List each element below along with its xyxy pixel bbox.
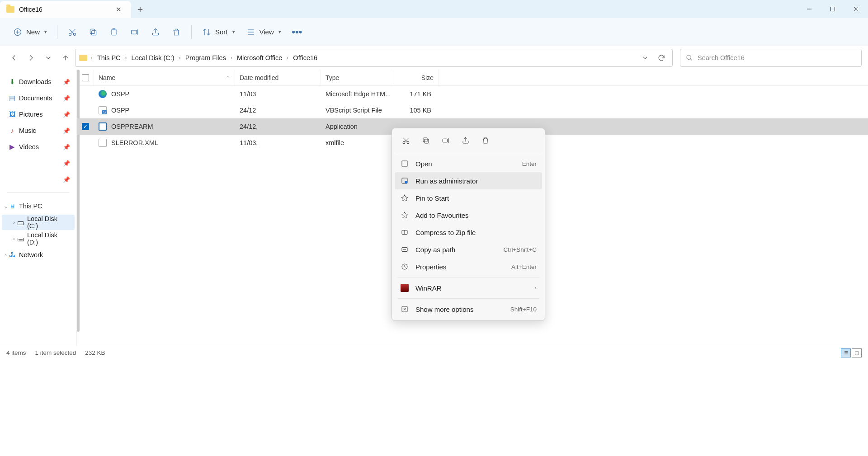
- sidebar-item-videos[interactable]: ▶Videos📌: [2, 139, 75, 155]
- delete-button[interactable]: [167, 23, 186, 41]
- pin-icon: 📌: [63, 176, 70, 183]
- file-name: OSPP: [111, 90, 129, 98]
- ctx-copy-button[interactable]: [418, 133, 434, 148]
- ctx-item-more[interactable]: Show more optionsShift+F10: [395, 301, 542, 318]
- sidebar-item-this-pc[interactable]: ⌵🖥This PC: [2, 198, 75, 214]
- sidebar-item-pictures[interactable]: 🖼Pictures📌: [2, 107, 75, 122]
- status-count: 4 items: [6, 349, 26, 356]
- breadcrumb[interactable]: Office16: [290, 52, 320, 63]
- breadcrumb[interactable]: Microsoft Office: [234, 52, 285, 63]
- sort-button[interactable]: Sort ▾: [197, 23, 240, 41]
- sidebar-item-network[interactable]: ›🖧Network: [2, 247, 75, 263]
- thumbnails-view-button[interactable]: ▢: [852, 348, 862, 357]
- svg-rect-30: [402, 161, 407, 166]
- recent-button[interactable]: [41, 50, 56, 66]
- svg-rect-28: [443, 139, 448, 142]
- column-date[interactable]: Date modified: [235, 70, 321, 85]
- sidebar-item-disk-c[interactable]: ›🖴Local Disk (C:): [2, 215, 75, 230]
- pin-icon: 📌: [63, 95, 70, 102]
- sidebar-item-disk-d[interactable]: ›🖴Local Disk (D:): [2, 231, 75, 246]
- rename-button[interactable]: [125, 23, 144, 41]
- sidebar-item-music[interactable]: ♪Music📌: [2, 123, 75, 138]
- scissors-icon: [67, 27, 77, 37]
- breadcrumb[interactable]: Program Files: [183, 52, 229, 63]
- share-button[interactable]: [146, 23, 165, 41]
- chevron-right-icon: ›: [125, 55, 127, 61]
- sidebar-item-pinned[interactable]: 📌: [2, 155, 75, 171]
- close-button[interactable]: [844, 0, 868, 18]
- ctx-cut-button[interactable]: [398, 133, 414, 148]
- ctx-item-shield[interactable]: Run as administrator: [395, 172, 542, 189]
- breadcrumb[interactable]: Local Disk (C:): [129, 52, 177, 63]
- refresh-button[interactable]: [654, 51, 669, 65]
- ctx-item-winrar[interactable]: WinRAR›: [395, 279, 542, 296]
- details-view-button[interactable]: ≣: [841, 348, 851, 357]
- view-button[interactable]: View ▾: [241, 23, 286, 41]
- music-icon: ♪: [8, 127, 16, 135]
- file-row[interactable]: OSPP11/03Microsoft Edge HTM...171 KB: [77, 86, 868, 102]
- ctx-share-button[interactable]: [458, 133, 473, 148]
- svg-point-32: [405, 181, 407, 183]
- window-tab[interactable]: Office16 ✕: [0, 1, 131, 18]
- more-button[interactable]: •••: [288, 23, 307, 41]
- checkbox-checked-icon[interactable]: ✓: [82, 123, 89, 130]
- search-input[interactable]: [698, 54, 856, 61]
- titlebar: Office16 ✕ ＋: [0, 0, 868, 18]
- breadcrumb[interactable]: This PC: [94, 52, 123, 63]
- address-bar[interactable]: › This PC › Local Disk (C:) › Program Fi…: [75, 49, 673, 67]
- ctx-item-label: Show more options: [415, 306, 504, 313]
- trash-icon: [171, 27, 181, 37]
- chevron-down-icon: ▾: [278, 29, 281, 35]
- pc-icon: 🖥: [8, 202, 16, 210]
- tab-close-button[interactable]: ✕: [112, 3, 125, 16]
- chevron-right-icon: ›: [535, 285, 537, 291]
- file-row[interactable]: OSPP24/12VBScript Script File105 KB: [77, 102, 868, 118]
- ctx-item-accel: Shift+F10: [510, 306, 537, 313]
- toolbar: New ▾ Sort ▾ View ▾ •••: [0, 18, 868, 46]
- network-icon: 🖧: [8, 251, 16, 259]
- forward-button[interactable]: [24, 50, 39, 66]
- paste-button[interactable]: [104, 23, 123, 41]
- disk-icon: 🖴: [16, 235, 24, 243]
- back-button[interactable]: [6, 50, 22, 66]
- sort-label: Sort: [215, 28, 228, 36]
- ctx-delete-button[interactable]: [478, 133, 493, 148]
- ctx-item-star[interactable]: Add to Favourites: [395, 207, 542, 224]
- winrar-icon: [400, 283, 409, 292]
- sidebar-item-documents[interactable]: ▤Documents📌: [2, 90, 75, 106]
- ctx-item-props[interactable]: PropertiesAlt+Enter: [395, 258, 542, 275]
- column-type[interactable]: Type: [321, 70, 393, 85]
- disk-icon: 🖴: [16, 218, 24, 226]
- sidebar-item-downloads[interactable]: ⬇Downloads📌: [2, 74, 75, 89]
- search-box[interactable]: [680, 49, 862, 67]
- cut-button[interactable]: [63, 23, 82, 41]
- maximize-button[interactable]: [821, 0, 844, 18]
- minimize-button[interactable]: [797, 0, 821, 18]
- file-date: 11/03,: [235, 139, 321, 146]
- column-size[interactable]: Size: [393, 70, 439, 85]
- sidebar-item-pinned[interactable]: 📌: [2, 172, 75, 187]
- file-type: VBScript Script File: [321, 107, 393, 114]
- ctx-item-label: WinRAR: [415, 284, 528, 292]
- up-button[interactable]: [58, 50, 73, 66]
- copy-button[interactable]: [84, 23, 103, 41]
- column-headers: Name⌃ Date modified Type Size: [77, 70, 868, 86]
- ctx-item-path[interactable]: Copy as pathCtrl+Shift+C: [395, 241, 542, 258]
- clipboard-icon: [109, 27, 119, 37]
- tab-add-button[interactable]: ＋: [131, 0, 149, 18]
- ctx-item-zip[interactable]: Compress to Zip file: [395, 224, 542, 241]
- svg-rect-26: [425, 139, 429, 143]
- ctx-rename-button[interactable]: [438, 133, 453, 148]
- address-dropdown[interactable]: [638, 51, 652, 65]
- ctx-item-open[interactable]: OpenEnter: [395, 155, 542, 172]
- share-icon: [151, 27, 160, 37]
- ctx-item-pin[interactable]: Pin to Start: [395, 189, 542, 207]
- tab-title: Office16: [19, 6, 108, 13]
- new-button[interactable]: New ▾: [8, 23, 52, 41]
- new-label: New: [26, 28, 40, 36]
- file-date: 24/12: [235, 107, 321, 114]
- sidebar: ⬇Downloads📌 ▤Documents📌 🖼Pictures📌 ♪Musi…: [0, 70, 77, 346]
- context-menu: OpenEnterRun as administratorPin to Star…: [392, 128, 545, 321]
- sort-icon: [202, 27, 212, 37]
- column-name[interactable]: Name⌃: [94, 70, 235, 85]
